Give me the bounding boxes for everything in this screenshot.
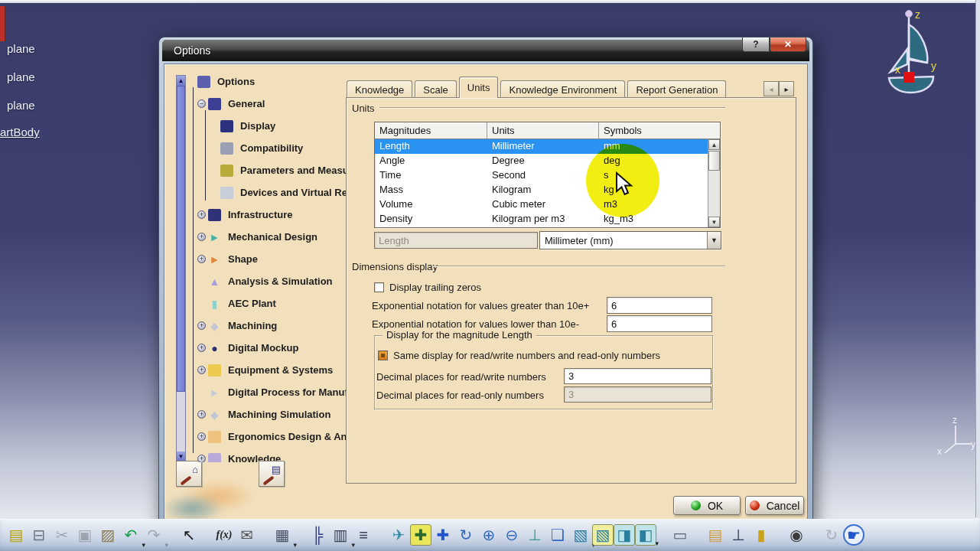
tree-item-digital-process-for-manufacturing[interactable]: ► Digital Process for Manufa <box>187 381 346 403</box>
zoom-in-icon[interactable]: ⊕ <box>477 523 500 546</box>
structure-tree-icon[interactable]: ╠ <box>306 523 329 546</box>
exp-greater-input[interactable] <box>607 297 712 314</box>
tree-expander-icon[interactable]: + <box>197 410 206 419</box>
unit-select[interactable]: Millimeter (mm) ▼ <box>539 231 721 249</box>
spec-tree-label-plane-2[interactable]: plane <box>7 70 35 83</box>
multi-view-icon[interactable]: ❏ <box>546 523 569 546</box>
refresh-icon[interactable]: ↻ <box>820 523 843 546</box>
dialog-titlebar[interactable]: Options <box>162 40 809 61</box>
tab-scale[interactable]: Scale <box>415 80 457 98</box>
tree-expander-icon[interactable]: + <box>197 366 206 374</box>
display-trailing-zeros-checkbox[interactable] <box>374 282 384 292</box>
measure-inertia-icon[interactable]: ▮ <box>750 523 773 546</box>
table-scroll-up-button[interactable]: ▲ <box>708 139 720 150</box>
units-table-row[interactable]: Time Second s <box>375 168 708 183</box>
tree-expander-icon[interactable]: + <box>197 455 206 462</box>
help-button[interactable]: ? <box>742 37 770 52</box>
grid-icon[interactable]: ▦ <box>271 523 294 546</box>
tree-scrollbar[interactable]: ▲ ▼ <box>176 75 186 462</box>
fit-all-icon[interactable]: ✚ <box>410 524 431 546</box>
exp-lower-input[interactable] <box>607 315 712 332</box>
tree-expander-icon[interactable]: − <box>197 99 206 108</box>
pointer-icon[interactable]: ↖ <box>177 523 200 546</box>
redo-icon[interactable]: ↷ <box>142 523 165 546</box>
table-scroll-thumb[interactable] <box>708 151 720 171</box>
tree-expander-icon[interactable]: + <box>197 432 206 441</box>
same-display-checkbox[interactable] <box>378 350 388 360</box>
tree-expander-icon[interactable]: + <box>197 344 206 352</box>
tree-item-aec-plant[interactable]: ▮ AEC Plant <box>187 292 346 315</box>
formula-fx-icon[interactable]: f(x) <box>213 523 236 546</box>
view-compass[interactable]: z y x <box>871 5 951 98</box>
column-symbols[interactable]: Symbols <box>599 122 720 139</box>
spec-tree-label-plane-3[interactable]: plane <box>7 99 35 112</box>
select-hand-icon[interactable]: ☛ <box>843 524 864 546</box>
rotate-icon[interactable]: ↻ <box>454 523 477 546</box>
tree-item-parameters-and-measure[interactable]: Parameters and Measure <box>187 159 346 181</box>
fly-mode-icon[interactable]: ✈ <box>387 523 410 546</box>
tab-knowledge[interactable]: Knowledge <box>347 80 412 98</box>
tree-item-analysis-simulation[interactable]: ▲ Analysis & Simulation <box>187 270 346 292</box>
tabs-scroll-right-button[interactable]: ▸ <box>779 81 794 96</box>
undo-icon[interactable]: ↶ <box>119 523 142 546</box>
defaults-document-button[interactable]: ▤ <box>259 461 285 487</box>
copy-icon[interactable]: ▣ <box>73 523 96 546</box>
tree-item-display[interactable]: Display <box>187 115 346 137</box>
tab-knowledge-environment[interactable]: Knowledge Environment <box>500 80 625 98</box>
tab-units[interactable]: Units <box>459 77 499 98</box>
catalog-icon[interactable]: ▥ <box>329 523 352 546</box>
tree-item-compatibility[interactable]: Compatibility <box>187 137 346 159</box>
tree-scroll-up-button[interactable]: ▲ <box>177 76 185 86</box>
close-button[interactable]: ✕ <box>770 37 806 52</box>
units-table-row[interactable]: Volume Cubic meter m3 <box>375 197 708 212</box>
comment-icon[interactable]: ✉ <box>236 523 259 546</box>
shading-with-edges-icon[interactable]: ▧ <box>592 524 614 546</box>
units-table-row[interactable]: Density Kilogram per m3 kg_m3 <box>375 212 708 227</box>
tree-item-devices-and-virtual-reality[interactable]: Devices and Virtual Real <box>187 181 346 204</box>
cancel-button[interactable]: Cancel <box>745 496 804 515</box>
zoom-out-icon[interactable]: ⊖ <box>500 523 523 546</box>
tree-item-general[interactable]: − General <box>187 93 346 115</box>
measure-ruler-icon[interactable]: ▤ <box>704 523 727 546</box>
tab-report-generation[interactable]: Report Generation <box>627 80 726 98</box>
shading-icon[interactable]: ▧ <box>569 523 592 546</box>
tree-item-infrastructure[interactable]: + Infrastructure <box>187 204 346 226</box>
chevron-down-icon[interactable]: ▼ <box>707 232 721 249</box>
view-mode-2-icon[interactable]: ◧ <box>635 524 656 546</box>
units-table-row[interactable]: Angle Degree deg <box>375 154 708 168</box>
measure-item-icon[interactable]: ⊥ <box>727 523 750 546</box>
tree-item-equipment-systems[interactable]: + Equipment & Systems <box>187 359 346 381</box>
tree-item-options[interactable]: Options <box>187 70 346 93</box>
print-icon[interactable]: ⊟ <box>28 523 50 546</box>
normal-view-icon[interactable]: ⊥ <box>523 523 546 546</box>
relations-icon[interactable]: ≡ <box>352 523 375 546</box>
capture-camera-icon[interactable]: ◉ <box>785 523 808 546</box>
wireframe-box-icon[interactable]: ▭ <box>669 523 692 546</box>
tree-item-machining[interactable]: + ◆ Machining <box>187 315 346 337</box>
tabs-scroll-left-button[interactable]: ◂ <box>763 81 779 96</box>
table-scroll-down-button[interactable]: ▼ <box>708 217 720 227</box>
tree-expander-icon[interactable]: + <box>197 233 206 241</box>
tree-expander-icon[interactable]: + <box>197 321 206 330</box>
save-icon[interactable]: ▤ <box>5 523 28 546</box>
tree-item-ergonomics-design-analysis[interactable]: + Ergonomics Design & Ana <box>187 425 346 448</box>
reset-defaults-button[interactable]: ⌂ <box>176 461 202 487</box>
tree-item-digital-mockup[interactable]: + ● Digital Mockup <box>187 337 346 359</box>
column-units[interactable]: Units <box>487 122 599 139</box>
tree-item-mechanical-design[interactable]: + ► Mechanical Design <box>187 226 346 248</box>
tree-expander-icon[interactable]: + <box>197 255 206 263</box>
column-magnitudes[interactable]: Magnitudes <box>375 122 487 139</box>
cut-icon[interactable]: ✂ <box>50 523 73 546</box>
tree-item-shape[interactable]: + ► Shape <box>187 248 346 270</box>
units-table-row[interactable]: Mass Kilogram kg <box>375 183 708 197</box>
pan-icon[interactable]: ✚ <box>431 523 454 546</box>
view-mode-1-icon[interactable]: ◨ <box>614 524 635 546</box>
decimal-rw-input[interactable] <box>564 368 711 384</box>
spec-tree-label-plane-1[interactable]: plane <box>7 42 35 55</box>
tree-scroll-thumb[interactable] <box>177 86 185 392</box>
tree-expander-icon[interactable]: + <box>197 210 206 219</box>
paste-icon[interactable]: ▨ <box>96 523 119 546</box>
tree-item-machining-simulation[interactable]: + ◆ Machining Simulation <box>187 403 346 425</box>
ok-button[interactable]: OK <box>673 496 741 515</box>
units-table-scrollbar[interactable]: ▲ ▼ <box>708 139 720 227</box>
